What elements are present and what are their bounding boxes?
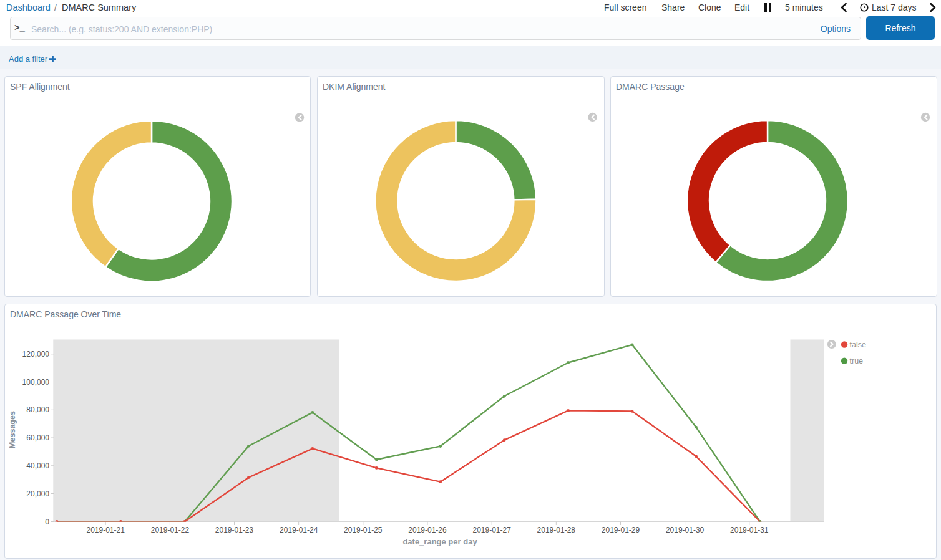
svg-text:2019-01-30: 2019-01-30	[666, 526, 705, 534]
svg-text:false: false	[850, 340, 866, 349]
svg-text:2019-01-28: 2019-01-28	[537, 526, 576, 534]
svg-text:40,000: 40,000	[26, 461, 49, 470]
svg-text:80,000: 80,000	[26, 405, 49, 414]
svg-text:120,000: 120,000	[22, 350, 50, 359]
svg-text:2019-01-22: 2019-01-22	[151, 526, 190, 534]
svg-text:2019-01-26: 2019-01-26	[408, 526, 447, 534]
svg-text:Messages: Messages	[8, 411, 17, 448]
svg-text:100,000: 100,000	[22, 378, 50, 387]
svg-text:2019-01-21: 2019-01-21	[87, 526, 125, 534]
svg-text:2019-01-29: 2019-01-29	[602, 526, 640, 534]
svg-text:2019-01-31: 2019-01-31	[730, 526, 769, 534]
svg-text:2019-01-23: 2019-01-23	[215, 526, 254, 534]
svg-text:2019-01-25: 2019-01-25	[344, 526, 383, 534]
svg-text:60,000: 60,000	[26, 433, 49, 442]
svg-text:2019-01-27: 2019-01-27	[473, 526, 512, 534]
svg-text:0: 0	[45, 518, 49, 526]
svg-text:2019-01-24: 2019-01-24	[280, 526, 318, 534]
svg-text:date_range per day: date_range per day	[402, 537, 477, 546]
svg-text:20,000: 20,000	[26, 490, 49, 498]
svg-text:true: true	[850, 357, 864, 365]
